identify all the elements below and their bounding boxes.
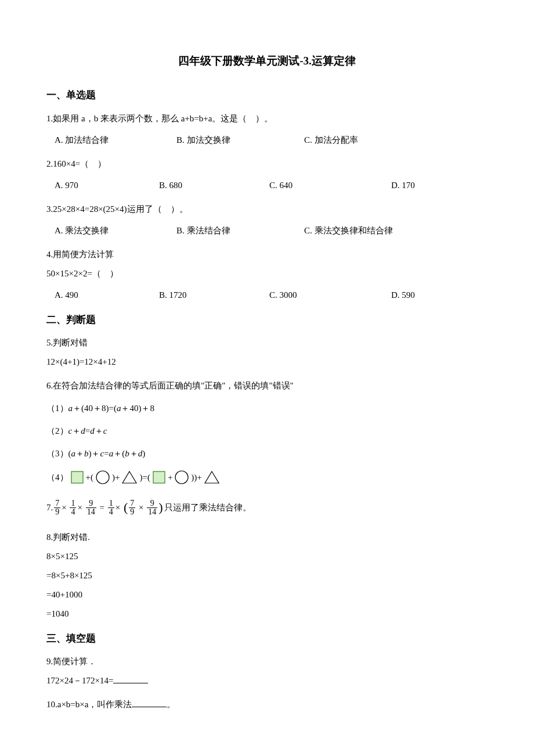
section-1-header: 一、单选题 bbox=[46, 87, 488, 103]
q3-choice-b: B. 乘法结合律 bbox=[176, 221, 304, 240]
section-3-header: 三、填空题 bbox=[46, 631, 488, 646]
q2-stem: 2.160×4=（ ） bbox=[46, 154, 488, 174]
fraction-icon: 79 bbox=[54, 499, 60, 516]
q1-choice-a: A. 加法结合律 bbox=[55, 131, 176, 150]
fraction-icon: 79 bbox=[129, 499, 135, 516]
q4-choice-c: C. 3000 bbox=[269, 286, 391, 305]
q5-line1: 5.判断对错 bbox=[46, 333, 488, 352]
q8-line2: 8×5×125 bbox=[46, 547, 488, 566]
triangle-icon bbox=[204, 470, 220, 485]
q6-p3-prefix: （3） bbox=[46, 449, 68, 458]
triangle-icon bbox=[121, 470, 138, 485]
q9-line2: 172×24－172×14= bbox=[46, 671, 488, 690]
fill-blank bbox=[113, 674, 148, 683]
q4: 4.用简便方法计算 50×15×2×2=（ ） A. 490 B. 1720 C… bbox=[46, 245, 488, 305]
q6-part2: （2）c＋d=d＋c bbox=[46, 422, 488, 441]
q4-choices: A. 490 B. 1720 C. 3000 D. 590 bbox=[46, 286, 488, 305]
q1-choice-b: B. 加法交换律 bbox=[176, 131, 304, 150]
q2-choices: A. 970 B. 680 C. 640 D. 170 bbox=[46, 176, 488, 195]
q9: 9.简便计算． 172×24－172×14= bbox=[46, 652, 488, 690]
q2-choice-d: D. 170 bbox=[391, 176, 488, 195]
q8-line3: =8×5+8×125 bbox=[46, 566, 488, 585]
q10-pre: 10.a×b=b×a，叫作乘法 bbox=[46, 700, 132, 709]
q7-tail: 只运用了乘法结合律。 bbox=[164, 497, 251, 518]
q10-post: 。 bbox=[167, 700, 175, 709]
svg-rect-3 bbox=[153, 471, 165, 483]
q2-choice-c: C. 640 bbox=[269, 176, 391, 195]
fraction-icon: 14 bbox=[108, 499, 114, 516]
q1-stem: 1.如果用 a，b 来表示两个数，那么 a+b=b+a。这是（ ）。 bbox=[46, 109, 488, 128]
fraction-icon: 914 bbox=[86, 499, 96, 516]
page-title: 四年级下册数学单元测试-3.运算定律 bbox=[46, 52, 488, 70]
q7: 7. 79 × 14 × 914 = 14 × ( 79 × 914 ) 只运用… bbox=[46, 492, 488, 523]
q6: 6.在符合加法结合律的等式后面正确的填"正确"，错误的填"错误" （1）a＋(4… bbox=[46, 376, 488, 488]
q4-line2: 50×15×2×2=（ ） bbox=[46, 264, 488, 283]
circle-icon bbox=[95, 470, 110, 485]
q8: 8.判断对错. 8×5×125 =8×5+8×125 =40+1000 =104… bbox=[46, 528, 488, 624]
q6-p4-prefix: （4） bbox=[46, 467, 68, 488]
square-icon bbox=[70, 470, 84, 484]
q6-part1: （1）a＋(40＋8)=(a＋40)＋8 bbox=[46, 399, 488, 418]
section-2-header: 二、判断题 bbox=[46, 312, 488, 327]
q4-choice-a: A. 490 bbox=[55, 286, 159, 305]
q7-prefix: 7. bbox=[46, 497, 53, 518]
q4-line1: 4.用简便方法计算 bbox=[46, 245, 488, 264]
svg-rect-0 bbox=[71, 471, 83, 483]
q3: 3.25×28×4=28×(25×4)运用了（ ）。 A. 乘法交换律 B. 乘… bbox=[46, 200, 488, 240]
circle-icon bbox=[174, 470, 189, 485]
fraction-icon: 914 bbox=[147, 499, 157, 516]
q1: 1.如果用 a，b 来表示两个数，那么 a+b=b+a。这是（ ）。 A. 加法… bbox=[46, 109, 488, 150]
q1-choices: A. 加法结合律 B. 加法交换律 C. 加法分配率 bbox=[46, 131, 488, 150]
fraction-icon: 14 bbox=[70, 499, 76, 516]
q5: 5.判断对错 12×(4+1)=12×4+12 bbox=[46, 333, 488, 372]
q3-choices: A. 乘法交换律 B. 乘法结合律 C. 乘法交换律和结合律 bbox=[46, 221, 488, 240]
q2: 2.160×4=（ ） A. 970 B. 680 C. 640 D. 170 bbox=[46, 154, 488, 195]
svg-point-4 bbox=[175, 471, 188, 484]
q4-choice-d: D. 590 bbox=[391, 286, 488, 305]
q6-stem: 6.在符合加法结合律的等式后面正确的填"正确"，错误的填"错误" bbox=[46, 376, 488, 395]
svg-point-1 bbox=[96, 471, 109, 484]
q4-choice-b: B. 1720 bbox=[159, 286, 269, 305]
square-icon bbox=[152, 470, 166, 484]
q9-line1: 9.简便计算． bbox=[46, 652, 488, 671]
q6-p2-prefix: （2） bbox=[46, 426, 68, 435]
svg-marker-5 bbox=[205, 471, 219, 483]
q5-line2: 12×(4+1)=12×4+12 bbox=[46, 352, 488, 372]
q3-stem: 3.25×28×4=28×(25×4)运用了（ ）。 bbox=[46, 200, 488, 219]
q8-line5: =1040 bbox=[46, 604, 488, 624]
svg-marker-2 bbox=[122, 471, 136, 483]
q2-choice-b: B. 680 bbox=[159, 176, 269, 195]
q8-line4: =40+1000 bbox=[46, 585, 488, 604]
q3-choice-c: C. 乘法交换律和结合律 bbox=[304, 221, 488, 240]
q6-part4: （4） +( )+ )=( + ))+ bbox=[46, 467, 488, 488]
q2-choice-a: A. 970 bbox=[55, 176, 159, 195]
q1-choice-c: C. 加法分配率 bbox=[304, 131, 488, 150]
q6-p1-prefix: （1） bbox=[46, 404, 68, 413]
q6-part3: （3）(a＋b)＋c=a＋(b＋d) bbox=[46, 444, 488, 463]
q8-line1: 8.判断对错. bbox=[46, 528, 488, 547]
q10: 10.a×b=b×a，叫作乘法。 bbox=[46, 695, 488, 714]
fill-blank bbox=[132, 698, 167, 707]
q3-choice-a: A. 乘法交换律 bbox=[55, 221, 176, 240]
